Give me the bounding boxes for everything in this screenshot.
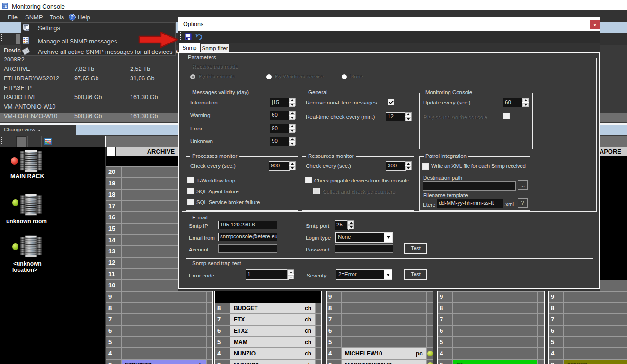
svg-text:?: ? xyxy=(71,14,73,20)
